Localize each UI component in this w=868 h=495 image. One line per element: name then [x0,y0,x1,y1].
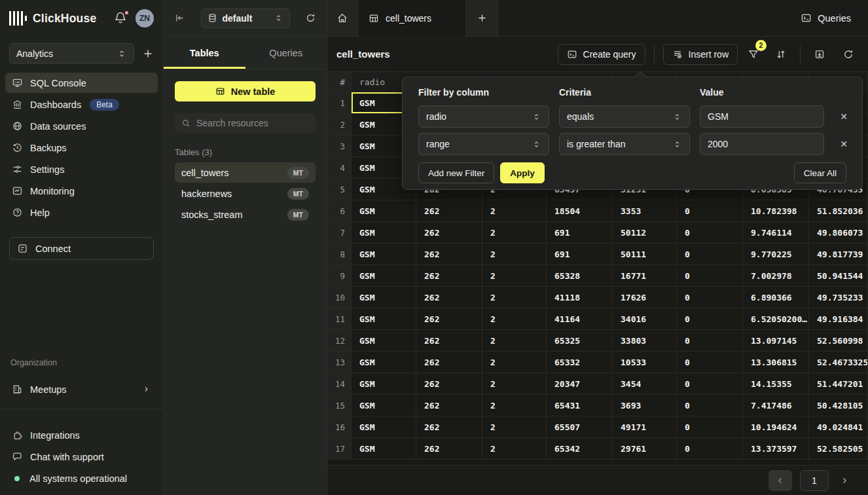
table-cell[interactable]: 10.194624 [743,416,809,438]
table-cell[interactable]: 262 [416,265,482,287]
database-selector[interactable]: default [201,9,290,28]
table-cell[interactable]: GSM [352,373,416,395]
sidebar-item-settings[interactable]: Settings [5,159,158,179]
table-cell[interactable]: 0 [677,352,743,373]
tab-tables[interactable]: Tables [164,37,245,69]
queries-button[interactable]: Queries [784,0,868,36]
page-number[interactable]: 1 [800,470,829,491]
sidebar-item-monitoring[interactable]: Monitoring [5,181,158,201]
table-list-item-hackernews[interactable]: hackernews MT [175,183,316,204]
next-page-button[interactable] [837,470,852,491]
sort-button[interactable] [770,44,791,65]
table-cell[interactable]: 50111 [613,244,677,265]
table-cell[interactable]: 18504 [547,200,613,222]
table-cell[interactable]: 50112 [613,222,677,244]
table-cell[interactable]: 13.306815 [743,352,809,373]
table-cell[interactable]: GSM [352,330,416,352]
sidebar-item-sql-console[interactable]: SQL Console [5,73,158,93]
table-cell[interactable]: 29761 [613,438,677,460]
table-cell[interactable]: 49.806073 [809,222,868,244]
tab-cell-towers[interactable]: cell_towers [358,0,466,36]
table-cell[interactable]: 3693 [613,395,677,416]
remove-filter-icon[interactable]: ✕ [834,139,854,149]
table-cell[interactable]: 262 [416,416,482,438]
column-header-index[interactable]: # [327,72,352,92]
table-cell[interactable]: 262 [416,330,482,352]
filter-value-input-1[interactable] [700,105,824,128]
connect-button[interactable]: Connect [9,237,154,260]
filter-value-input-2[interactable] [700,133,824,155]
apply-filters-button[interactable]: Apply [500,162,545,183]
table-cell[interactable]: 2 [482,222,547,244]
table-cell[interactable]: 2 [482,438,547,460]
table-cell[interactable]: 34016 [613,308,677,330]
table-cell[interactable]: 14.15355 [743,373,809,395]
table-cell[interactable]: 7.002978 [743,265,809,287]
table-cell[interactable]: 0 [677,265,743,287]
search-input[interactable] [196,118,309,128]
table-cell[interactable]: 10.782398 [743,200,809,222]
refresh-tables-icon[interactable] [305,12,316,24]
table-cell[interactable]: 691 [547,244,613,265]
table-cell[interactable]: 13.373597 [743,438,809,460]
table-cell[interactable]: 691 [547,222,613,244]
table-cell[interactable]: 0 [677,395,743,416]
table-cell[interactable]: 41164 [547,308,613,330]
table-cell[interactable]: 2 [482,352,547,373]
table-cell[interactable]: 2 [482,265,547,287]
table-list-item-stocks-stream[interactable]: stocks_stream MT [175,204,316,225]
insert-row-button[interactable]: Insert row [663,44,738,65]
table-cell[interactable]: 51.447201 [809,373,868,395]
table-cell[interactable]: GSM [352,200,416,222]
table-cell[interactable]: 10533 [613,352,677,373]
table-cell[interactable]: 2 [482,373,547,395]
table-cell[interactable]: 6.890366 [743,287,809,308]
table-cell[interactable]: 262 [416,395,482,416]
table-cell[interactable]: GSM [352,416,416,438]
table-cell[interactable]: 51.852036 [809,200,868,222]
table-cell[interactable]: 0 [677,244,743,265]
filter-column-select-2[interactable]: range [418,133,549,155]
table-cell[interactable]: GSM [352,222,416,244]
table-cell[interactable]: 7.417486 [743,395,809,416]
table-cell[interactable]: GSM [352,352,416,373]
new-tab-button[interactable] [466,0,497,36]
table-cell[interactable]: 13.097145 [743,330,809,352]
workspace-selector[interactable]: Analytics [9,43,134,64]
filter-criteria-select-1[interactable]: equals [559,105,690,128]
sidebar-item-backups[interactable]: Backups [5,138,158,158]
table-cell[interactable]: 0 [677,373,743,395]
filter-column-select-1[interactable]: radio [418,105,549,128]
tab-queries[interactable]: Queries [245,37,327,69]
table-cell[interactable]: 262 [416,438,482,460]
table-cell[interactable]: 2 [482,244,547,265]
notifications-bell-icon[interactable] [113,10,129,26]
refresh-button[interactable] [838,44,859,65]
table-cell[interactable]: 0 [677,200,743,222]
table-cell[interactable]: GSM [352,308,416,330]
sidebar-item-dashboards[interactable]: Dashboards Beta [5,94,158,115]
table-cell[interactable]: 2 [482,330,547,352]
table-cell[interactable]: 65325 [547,330,613,352]
table-cell[interactable]: 3353 [613,200,677,222]
table-cell[interactable]: 16771 [613,265,677,287]
prev-page-button[interactable] [769,470,792,491]
sidebar-item-help[interactable]: Help [5,202,158,223]
user-avatar[interactable]: ZN [136,9,154,28]
table-cell[interactable]: 262 [416,287,482,308]
add-workspace-button[interactable] [142,48,154,60]
filter-criteria-select-2[interactable]: is greater than [559,133,690,155]
table-cell[interactable]: 0 [677,438,743,460]
table-cell[interactable]: 65507 [547,416,613,438]
sidebar-item-data-sources[interactable]: Data sources [5,116,158,136]
table-cell[interactable]: 52.560998 [809,330,868,352]
table-cell[interactable]: 262 [416,308,482,330]
table-cell[interactable]: GSM [352,395,416,416]
table-cell[interactable]: 262 [416,244,482,265]
table-cell[interactable]: 52.582505 [809,438,868,460]
search-resources-box[interactable] [175,113,316,133]
table-cell[interactable]: 65431 [547,395,613,416]
table-cell[interactable]: GSM [352,244,416,265]
remove-filter-icon[interactable]: ✕ [834,111,854,122]
table-cell[interactable]: 50.428105 [809,395,868,416]
